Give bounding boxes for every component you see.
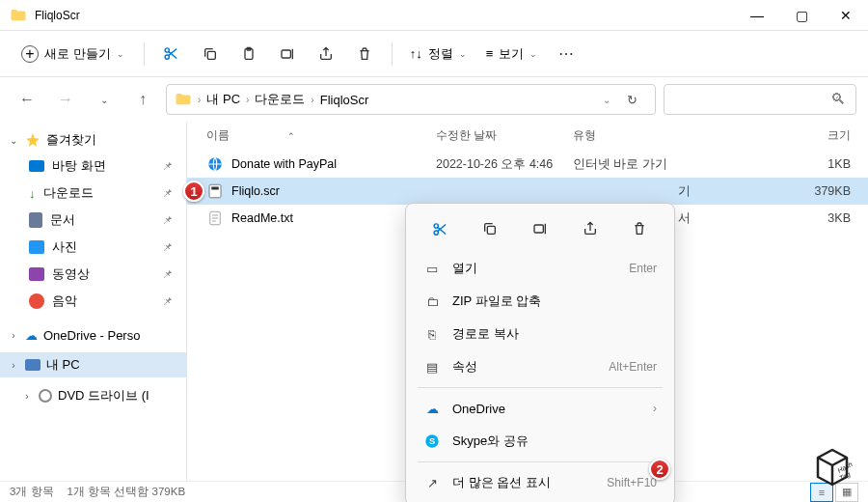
svg-text:S: S: [429, 436, 435, 446]
sidebar-favorites[interactable]: ⌄ 즐겨찾기: [0, 127, 186, 153]
context-menu: ▭ 열기 Enter 🗀 ZIP 파일로 압축 ⎘ 경로로 복사 ▤ 속성 Al…: [405, 203, 675, 502]
breadcrumb-item[interactable]: 내 PC: [206, 91, 240, 108]
zip-icon: 🗀: [423, 293, 441, 310]
ctx-onedrive[interactable]: ☁ OneDrive ›: [412, 392, 668, 425]
file-name: Donate with PayPal: [231, 157, 337, 171]
more-button[interactable]: ⋯: [549, 37, 583, 71]
file-row-selected[interactable]: 1 Fliqlo.scr 기 379KB: [187, 178, 868, 205]
sidebar-onedrive[interactable]: › ☁ OneDrive - Perso: [0, 324, 186, 347]
copy-button[interactable]: [193, 37, 228, 71]
up-button[interactable]: ↑: [127, 84, 158, 115]
rename-button[interactable]: [270, 37, 305, 71]
ctx-skype[interactable]: S Skype와 공유: [412, 425, 668, 458]
sidebar-item-videos[interactable]: 동영상 📌︎: [0, 261, 186, 288]
sort-icon: ↑↓: [410, 46, 422, 61]
column-type[interactable]: 유형: [573, 127, 696, 144]
svg-rect-5: [282, 50, 290, 58]
paste-button[interactable]: [231, 37, 266, 71]
minimize-button[interactable]: ―: [735, 0, 779, 31]
ctx-cut-button[interactable]: [423, 213, 458, 244]
breadcrumb[interactable]: › 내 PC › 다운로드 › FliqloScr ⌄ ↻: [166, 84, 656, 115]
sidebar-item-desktop[interactable]: 바탕 화면 📌︎: [0, 153, 186, 180]
ctx-share-button[interactable]: [573, 213, 608, 244]
sidebar-item-music[interactable]: 음악 📌︎: [0, 288, 186, 315]
refresh-button[interactable]: ↻: [616, 84, 647, 115]
open-icon: ▭: [423, 260, 441, 277]
ctx-open[interactable]: ▭ 열기 Enter: [412, 252, 668, 285]
ctx-zip-label: ZIP 파일로 압축: [452, 293, 657, 310]
ctx-properties[interactable]: ▤ 속성 Alt+Enter: [412, 350, 668, 383]
chevron-down-icon[interactable]: ⌄: [603, 95, 610, 105]
status-selected: 1개 항목 선택함 379KB: [68, 485, 186, 499]
toolbar: + 새로 만들기 ⌄ ↑↓ 정렬 ⌄ ≡ 보기 ⌄ ⋯: [0, 31, 868, 77]
sidebar-item-label: 문서: [50, 211, 75, 229]
watermark-cube: Hash Tag: [802, 436, 862, 496]
plus-icon: +: [21, 45, 39, 63]
breadcrumb-item[interactable]: FliqloScr: [320, 93, 369, 107]
sidebar-thispc-label: 내 PC: [46, 356, 80, 374]
folder-icon: [175, 91, 192, 108]
folder-icon: [10, 7, 27, 24]
sidebar-thispc[interactable]: › 내 PC: [0, 352, 186, 377]
ctx-props-label: 속성: [452, 358, 597, 376]
list-icon: ≡: [486, 46, 494, 61]
chevron-down-icon: ⌄: [529, 49, 537, 59]
chevron-right-icon: ›: [21, 391, 33, 402]
file-date: 2022-10-26 오후 4:46: [436, 156, 573, 173]
separator: [392, 42, 393, 66]
column-size[interactable]: 크기: [696, 127, 868, 144]
file-row[interactable]: Donate with PayPal 2022-10-26 오후 4:46 인터…: [187, 151, 868, 178]
picture-icon: [29, 240, 44, 254]
column-date[interactable]: 수정한 날짜: [436, 127, 573, 144]
search-input[interactable]: 🔍︎: [664, 84, 856, 115]
view-label: 보기: [499, 45, 524, 63]
ctx-copypath-label: 경로로 복사: [452, 325, 657, 343]
window-title: FliqloScr: [35, 9, 735, 22]
sidebar-item-documents[interactable]: 문서 📌︎: [0, 207, 186, 234]
sidebar-item-pictures[interactable]: 사진 📌︎: [0, 234, 186, 261]
sidebar-dvd-label: DVD 드라이브 (I: [58, 387, 149, 404]
file-size: 3KB: [696, 211, 868, 225]
new-label: 새로 만들기: [44, 45, 111, 63]
svg-rect-2: [207, 51, 215, 59]
delete-button[interactable]: [347, 37, 382, 71]
ctx-zip[interactable]: 🗀 ZIP 파일로 압축: [412, 285, 668, 318]
sort-button[interactable]: ↑↓ 정렬 ⌄: [402, 40, 475, 69]
annotation-badge-2: 2: [649, 459, 670, 480]
separator: [418, 461, 663, 462]
pin-icon: 📌︎: [162, 160, 173, 172]
sidebar-item-downloads[interactable]: ↓ 다운로드 📌︎: [0, 180, 186, 207]
sidebar: ⌄ 즐겨찾기 바탕 화면 📌︎ ↓ 다운로드 📌︎ 문서 📌︎ 사진 📌︎ 동영…: [0, 122, 187, 481]
pin-icon: 📌︎: [162, 187, 173, 199]
chevron-icon: ›: [198, 95, 201, 105]
breadcrumb-item[interactable]: 다운로드: [255, 91, 305, 108]
close-button[interactable]: ✕: [824, 0, 868, 31]
ctx-copy-button[interactable]: [473, 213, 507, 244]
sidebar-dvd[interactable]: › DVD 드라이브 (I: [0, 383, 186, 408]
chevron-down-icon: ⌄: [8, 135, 19, 146]
maximize-button[interactable]: ▢: [779, 0, 824, 31]
ctx-toolbar: [412, 209, 668, 252]
ctx-delete-button[interactable]: [622, 213, 657, 244]
search-icon: 🔍︎: [830, 91, 846, 108]
back-button[interactable]: ←: [12, 84, 42, 115]
cut-button[interactable]: [154, 37, 189, 71]
file-size: 1KB: [696, 157, 868, 171]
properties-icon: ▤: [423, 358, 441, 376]
ctx-open-shortcut: Enter: [629, 262, 657, 275]
share-button[interactable]: [309, 37, 343, 71]
chevron-right-icon: ›: [8, 330, 19, 341]
column-name[interactable]: 이름⌃: [206, 127, 436, 144]
column-headers: 이름⌃ 수정한 날짜 유형 크기: [187, 122, 868, 151]
ctx-copypath[interactable]: ⎘ 경로로 복사: [412, 318, 668, 350]
ctx-rename-button[interactable]: [523, 213, 557, 244]
chevron-down-icon[interactable]: ⌄: [89, 84, 120, 115]
ctx-more-shortcut: Shift+F10: [607, 476, 657, 489]
view-button[interactable]: ≡ 보기 ⌄: [478, 40, 546, 69]
ctx-more-options[interactable]: ↗ 더 많은 옵션 표시 Shift+F10 2: [412, 466, 668, 499]
music-icon: [29, 293, 44, 309]
titlebar: FliqloScr ― ▢ ✕: [0, 0, 868, 31]
path-icon: ⎘: [423, 325, 441, 343]
new-button[interactable]: + 새로 만들기 ⌄: [12, 40, 134, 69]
forward-button[interactable]: →: [50, 84, 81, 115]
